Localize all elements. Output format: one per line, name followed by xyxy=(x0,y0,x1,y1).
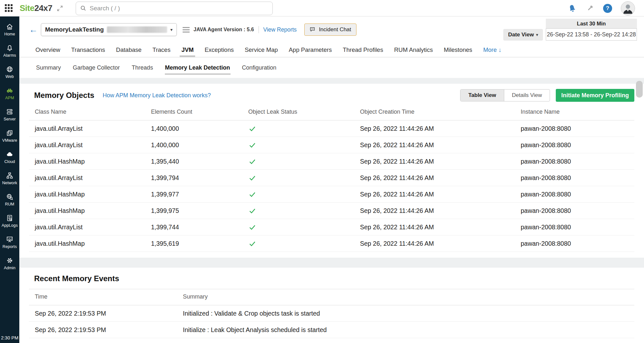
sidebar-item-applogs[interactable]: AppLogs xyxy=(0,210,19,232)
creation-time-cell: Sep 26, 2022 11:44:26 AM xyxy=(354,219,515,235)
time-range-value[interactable]: 26-Sep-22 13:58 - 26-Sep-22 14:28 xyxy=(546,28,637,41)
table-view-toggle[interactable]: Table View xyxy=(460,90,504,101)
sidebar-item-label: Reports xyxy=(3,244,17,249)
sidebar-item-reports[interactable]: Reports xyxy=(0,232,19,253)
sidebar-item-alarms[interactable]: Alarms xyxy=(0,40,19,62)
leak-status-cell xyxy=(242,153,354,170)
subtab-threads[interactable]: Threads xyxy=(132,64,153,71)
instance-name-cell: pawan-2008:8080 xyxy=(515,120,634,137)
sidebar-item-cloud[interactable]: Cloud xyxy=(0,147,19,168)
tab-thread-profiles[interactable]: Thread Profiles xyxy=(343,43,383,57)
elements-count-cell: 1,399,977 xyxy=(145,186,242,203)
tools-wrench-icon[interactable] xyxy=(586,4,594,13)
col-elements-count: Elements Count xyxy=(145,104,242,120)
table-row: java.util.HashMap 1,399,975 Sep 26, 2022… xyxy=(29,203,634,219)
instance-name-cell: pawan-2008:8080 xyxy=(515,219,634,235)
tab-more[interactable]: More ↓ xyxy=(483,43,502,57)
table-row: java.util.ArrayList 1,399,744 Sep 26, 20… xyxy=(29,219,634,235)
sidebar-item-network[interactable]: Network xyxy=(0,168,19,189)
view-reports-link[interactable]: View Reports xyxy=(263,26,297,33)
tab-rum-analytics[interactable]: RUM Analytics xyxy=(394,43,433,57)
col-instance-name: Instance Name xyxy=(515,104,634,120)
sidebar-item-label: Network xyxy=(2,181,17,185)
sidebar-item-label: Alarms xyxy=(3,53,16,58)
sidebar-item-label: RUM xyxy=(5,202,14,206)
help-icon[interactable]: ? xyxy=(603,4,612,13)
main-tabs: OverviewTransactionsDatabaseTracesJVMExc… xyxy=(19,43,644,57)
notifications-bell-icon[interactable] xyxy=(566,2,578,14)
tab-jvm[interactable]: JVM xyxy=(181,43,194,57)
elements-count-cell: 1,400,000 xyxy=(145,120,242,137)
subtab-memory-leak-detection[interactable]: Memory Leak Detection xyxy=(165,64,230,71)
recent-memory-events-card: Recent Memory Events Time Summary Sep 26… xyxy=(19,268,644,343)
table-row: java.util.HashMap 1,395,619 Sep 26, 2022… xyxy=(29,235,634,252)
back-arrow-icon[interactable]: ← xyxy=(29,25,38,34)
memory-leak-help-link[interactable]: How APM Memory Leak Detection works? xyxy=(103,92,211,99)
incident-chat-button[interactable]: Incident Chat xyxy=(304,24,356,36)
tab-transactions[interactable]: Transactions xyxy=(71,43,105,57)
vmware-icon xyxy=(6,129,14,137)
initiate-memory-profiling-button[interactable]: Initiate Memory Profiling xyxy=(556,89,634,102)
leak-status-cell xyxy=(242,203,354,219)
time-range-controls: Date View ▾ Last 30 Min 26-Sep-22 13:58 … xyxy=(503,19,637,41)
tab-exceptions[interactable]: Exceptions xyxy=(204,43,234,57)
tab-service-map[interactable]: Service Map xyxy=(245,43,278,57)
class-name-cell: java.util.ArrayList xyxy=(29,219,145,235)
chevron-down-icon: ▾ xyxy=(536,33,538,37)
instance-name-cell: pawan-2008:8080 xyxy=(515,153,634,170)
app-launcher-icon[interactable] xyxy=(5,4,13,13)
creation-time-cell: Sep 26, 2022 11:44:26 AM xyxy=(354,153,515,170)
sidebar-item-server[interactable]: Server xyxy=(0,104,19,125)
user-avatar[interactable] xyxy=(621,1,635,15)
reports-icon xyxy=(6,235,14,243)
table-row: java.util.ArrayList 1,400,000 Sep 26, 20… xyxy=(29,120,634,137)
sidebar-item-web[interactable]: Web xyxy=(0,62,19,83)
tab-milestones[interactable]: Milestones xyxy=(444,43,472,57)
class-name-cell: java.util.ArrayList xyxy=(29,137,145,153)
leak-ok-check-icon xyxy=(248,223,256,231)
leak-status-cell xyxy=(242,120,354,137)
date-view-label: Date View xyxy=(508,32,534,38)
tab-database[interactable]: Database xyxy=(116,43,141,57)
sidebar-item-label: VMware xyxy=(2,138,17,143)
creation-time-cell: Sep 26, 2022 11:44:26 AM xyxy=(354,170,515,186)
global-search[interactable] xyxy=(76,2,273,15)
leak-status-cell xyxy=(242,219,354,235)
time-range-preset[interactable]: Last 30 Min xyxy=(546,19,637,28)
expand-icon[interactable] xyxy=(56,5,63,12)
memory-objects-title: Memory Objects xyxy=(34,91,94,100)
details-view-toggle[interactable]: Details View xyxy=(504,90,550,101)
recent-memory-events-title: Recent Memory Events xyxy=(29,268,634,289)
page-scrollbar-thumb[interactable] xyxy=(636,81,643,98)
subtab-configuration[interactable]: Configuration xyxy=(242,64,276,71)
memory-objects-card: Memory Objects How APM Memory Leak Detec… xyxy=(19,84,644,258)
leak-ok-check-icon xyxy=(248,157,256,166)
event-time-cell: Sep 26, 2022 2:19:53 PM xyxy=(29,338,177,343)
tab-traces[interactable]: Traces xyxy=(153,43,171,57)
logo-site: Site xyxy=(20,3,34,13)
memory-objects-rows: java.util.ArrayList 1,400,000 Sep 26, 20… xyxy=(29,120,634,252)
memory-objects-table: Class Name Elements Count Object Leak St… xyxy=(29,104,634,252)
leak-status-cell xyxy=(242,186,354,203)
sidebar-item-vmware[interactable]: VMware xyxy=(0,125,19,147)
leak-ok-check-icon xyxy=(248,141,256,149)
tab-app-parameters[interactable]: App Parameters xyxy=(289,43,332,57)
leak-ok-check-icon xyxy=(248,190,256,198)
monitor-menu-icon[interactable] xyxy=(183,27,190,33)
sidebar-item-apm[interactable]: APM xyxy=(0,83,19,104)
instance-name-cell: pawan-2008:8080 xyxy=(515,137,634,153)
class-name-cell: java.util.HashMap xyxy=(29,235,145,252)
event-summary-cell: Initialized : Validate & Crop objects ta… xyxy=(177,305,634,322)
subtab-summary[interactable]: Summary xyxy=(36,64,61,71)
monitor-select[interactable]: MemoryLeakTesting ▾ xyxy=(41,23,177,36)
search-input[interactable] xyxy=(90,5,269,12)
sidebar-item-home[interactable]: Home xyxy=(0,19,19,40)
tab-overview[interactable]: Overview xyxy=(35,43,60,57)
date-view-button[interactable]: Date View ▾ xyxy=(503,29,543,41)
col-summary: Summary xyxy=(177,289,634,305)
sidebar-item-admin[interactable]: Admin xyxy=(0,253,19,274)
sidebar-item-label: APM xyxy=(5,96,14,100)
site24x7-logo[interactable]: Site24x7 xyxy=(20,3,52,13)
subtab-garbage-collector[interactable]: Garbage Collector xyxy=(73,64,120,71)
sidebar-item-rum[interactable]: RUM xyxy=(0,189,19,210)
